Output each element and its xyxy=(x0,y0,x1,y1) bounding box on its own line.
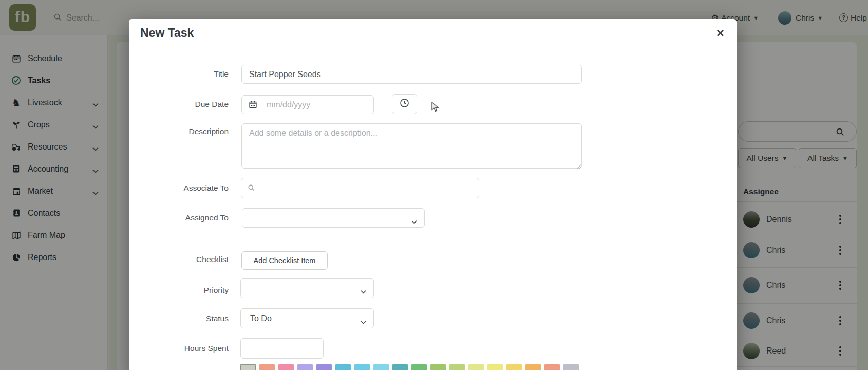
app-screen: fb ⚙ Account ▼ Chris ▼ ? Help xyxy=(0,0,868,370)
color-swatch[interactable] xyxy=(297,364,313,370)
priority-label: Priority xyxy=(141,285,229,296)
close-icon[interactable]: × xyxy=(716,25,724,41)
color-swatch[interactable] xyxy=(506,364,522,370)
add-checklist-item-button[interactable]: Add Checklist Item xyxy=(241,251,328,270)
selected-value: To Do xyxy=(250,314,272,323)
resize-handle-icon[interactable] xyxy=(576,162,581,172)
color-swatch[interactable] xyxy=(373,364,389,370)
color-swatch[interactable] xyxy=(449,364,465,370)
color-swatch[interactable] xyxy=(563,364,579,370)
title-label: Title xyxy=(141,68,229,80)
checklist-label: Checklist xyxy=(141,254,229,265)
hours-spent-input[interactable] xyxy=(240,338,324,359)
description-textarea[interactable] xyxy=(241,123,582,169)
chevron-down-icon xyxy=(361,287,366,296)
due-date-label: Due Date xyxy=(141,99,229,110)
modal-title: New Task xyxy=(140,26,194,40)
due-date-input[interactable] xyxy=(241,95,374,114)
color-swatch[interactable] xyxy=(278,364,294,370)
calendar-icon xyxy=(249,100,257,111)
assigned-to-label: Assigned To xyxy=(141,212,229,224)
status-select[interactable]: To Do xyxy=(240,308,374,328)
chevron-down-icon xyxy=(411,217,417,226)
title-input[interactable] xyxy=(241,65,582,84)
color-swatch[interactable] xyxy=(259,364,275,370)
color-swatch[interactable] xyxy=(335,364,351,370)
time-picker-button[interactable] xyxy=(392,94,417,114)
new-task-modal: New Task × Title Due Date Description As… xyxy=(129,19,737,370)
color-swatch[interactable] xyxy=(354,364,370,370)
clock-icon xyxy=(400,98,409,110)
color-swatch[interactable] xyxy=(430,364,446,370)
modal-header: New Task × xyxy=(129,19,737,49)
color-swatch[interactable] xyxy=(392,364,408,370)
color-swatch[interactable] xyxy=(240,364,256,370)
color-swatch[interactable] xyxy=(525,364,541,370)
color-swatch[interactable] xyxy=(316,364,332,370)
color-swatch[interactable] xyxy=(468,364,484,370)
associate-to-label: Associate To xyxy=(141,182,229,194)
chevron-down-icon xyxy=(361,317,366,326)
color-swatch[interactable] xyxy=(411,364,427,370)
hours-spent-label: Hours Spent xyxy=(141,343,229,354)
color-swatch[interactable] xyxy=(487,364,503,370)
color-swatch[interactable] xyxy=(544,364,560,370)
description-label: Description xyxy=(141,126,229,137)
assigned-to-select[interactable] xyxy=(242,208,425,228)
color-swatches xyxy=(240,364,579,370)
mouse-cursor xyxy=(431,102,439,115)
associate-to-input[interactable] xyxy=(241,178,479,198)
priority-select[interactable] xyxy=(240,278,374,298)
search-icon xyxy=(248,184,255,194)
status-label: Status xyxy=(141,313,229,324)
